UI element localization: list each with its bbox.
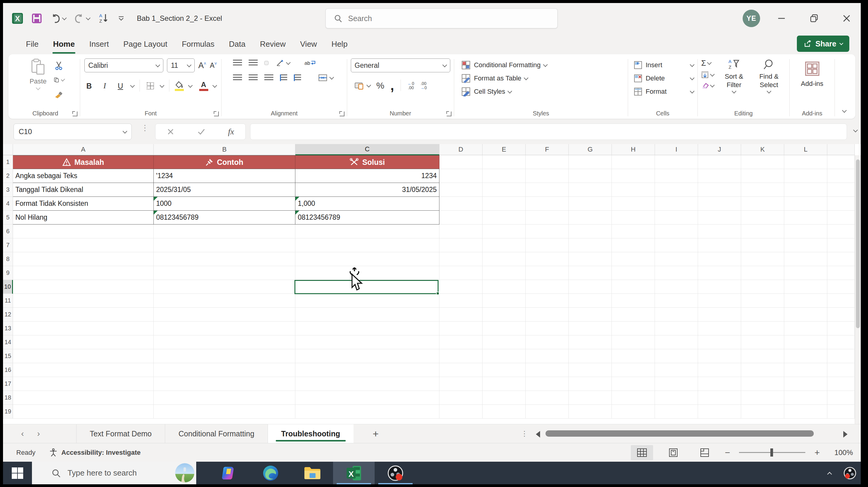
- cell-I16[interactable]: [655, 363, 698, 377]
- fill-button[interactable]: [701, 71, 714, 79]
- cell-F9[interactable]: [526, 266, 569, 280]
- cell-K10[interactable]: [741, 280, 784, 294]
- cell-C3[interactable]: 31/05/2025: [296, 183, 439, 197]
- cell-E14[interactable]: [483, 335, 526, 349]
- cell-K3[interactable]: [741, 183, 784, 197]
- row-header-18[interactable]: 18: [3, 391, 13, 405]
- cell-K19[interactable]: [741, 405, 784, 419]
- tray-obs-icon[interactable]: [843, 466, 857, 480]
- row-header-17[interactable]: 17: [3, 377, 13, 391]
- cell-G11[interactable]: [569, 294, 612, 308]
- zoom-out-button[interactable]: −: [725, 448, 730, 458]
- cell-D12[interactable]: [439, 308, 483, 322]
- cell-A6[interactable]: [13, 224, 154, 238]
- cell-G13[interactable]: [569, 322, 612, 335]
- cell-G16[interactable]: [569, 363, 612, 377]
- font-color-button[interactable]: A: [199, 81, 208, 91]
- accessibility-status[interactable]: Accessibility: Investigate: [49, 448, 141, 457]
- number-format-select[interactable]: General: [351, 58, 450, 72]
- cell-G18[interactable]: [569, 391, 612, 405]
- column-header-B[interactable]: B: [154, 144, 296, 155]
- cell-D13[interactable]: [439, 322, 483, 335]
- cell-G9[interactable]: [569, 266, 612, 280]
- row-header-7[interactable]: 7: [3, 238, 13, 252]
- column-header-A[interactable]: A: [13, 144, 154, 155]
- cell-L9[interactable]: [784, 266, 827, 280]
- cell-F3[interactable]: [526, 183, 569, 197]
- zoom-slider[interactable]: [739, 452, 805, 453]
- row-header-10[interactable]: 10: [3, 280, 13, 294]
- cell-B16[interactable]: [154, 363, 296, 377]
- cell-G19[interactable]: [569, 405, 612, 419]
- cell-H11[interactable]: [612, 294, 655, 308]
- cell-X9[interactable]: [827, 266, 855, 280]
- cell-A16[interactable]: [13, 363, 154, 377]
- qat-customize-icon[interactable]: [118, 15, 125, 22]
- cell-A3[interactable]: Tanggal Tidak Dikenal: [13, 183, 154, 197]
- cell-K12[interactable]: [741, 308, 784, 322]
- cell-D17[interactable]: [439, 377, 483, 391]
- cell-G14[interactable]: [569, 335, 612, 349]
- new-sheet-button[interactable]: +: [373, 428, 379, 440]
- column-header-K[interactable]: K: [741, 144, 784, 155]
- cell-L13[interactable]: [784, 322, 827, 335]
- cell-G17[interactable]: [569, 377, 612, 391]
- comma-style-button[interactable]: ,: [390, 83, 394, 89]
- cell-J16[interactable]: [698, 363, 741, 377]
- decrease-decimal-button[interactable]: .00→0: [420, 81, 427, 90]
- cell-K6[interactable]: [741, 224, 784, 238]
- cell-J12[interactable]: [698, 308, 741, 322]
- cell-H7[interactable]: [612, 238, 655, 252]
- undo-button[interactable]: [50, 13, 66, 24]
- cell-K7[interactable]: [741, 238, 784, 252]
- cell-D19[interactable]: [439, 405, 483, 419]
- cell-I1[interactable]: [655, 155, 698, 169]
- column-header-J[interactable]: J: [698, 144, 741, 155]
- merge-center-button[interactable]: [318, 73, 333, 82]
- cell-E19[interactable]: [483, 405, 526, 419]
- cell-A8[interactable]: [13, 252, 154, 266]
- horizontal-scrollbar-thumb[interactable]: [546, 430, 814, 437]
- cell-I5[interactable]: [655, 211, 698, 224]
- redo-button[interactable]: [74, 13, 90, 24]
- close-icon[interactable]: [841, 13, 852, 24]
- cell-C9[interactable]: [296, 266, 439, 280]
- cell-D15[interactable]: [439, 349, 483, 363]
- cell-D1[interactable]: [439, 155, 483, 169]
- borders-dropdown-icon[interactable]: [159, 83, 164, 88]
- cell-D4[interactable]: [439, 197, 483, 211]
- cell-C12[interactable]: [296, 308, 439, 322]
- sheet-options-icon[interactable]: ⋮: [521, 432, 528, 435]
- cell-K5[interactable]: [741, 211, 784, 224]
- percent-style-button[interactable]: %: [376, 81, 384, 91]
- cell-F10[interactable]: [526, 280, 569, 294]
- cell-X7[interactable]: [827, 238, 855, 252]
- cell-K18[interactable]: [741, 391, 784, 405]
- cell-G2[interactable]: [569, 169, 612, 183]
- cell-G3[interactable]: [569, 183, 612, 197]
- cell-J4[interactable]: [698, 197, 741, 211]
- clipboard-dialog-launcher[interactable]: [73, 112, 78, 116]
- cell-K11[interactable]: [741, 294, 784, 308]
- cell-F19[interactable]: [526, 405, 569, 419]
- delete-cells-button[interactable]: Delete: [633, 72, 693, 85]
- cell-C14[interactable]: [296, 335, 439, 349]
- cell-K14[interactable]: [741, 335, 784, 349]
- cell-K17[interactable]: [741, 377, 784, 391]
- account-avatar[interactable]: YE: [743, 10, 760, 27]
- cell-X16[interactable]: [827, 363, 855, 377]
- name-box[interactable]: C10: [13, 124, 132, 140]
- cell-B9[interactable]: [154, 266, 296, 280]
- cell-H8[interactable]: [612, 252, 655, 266]
- enter-icon[interactable]: [197, 128, 206, 135]
- start-button[interactable]: [3, 462, 32, 484]
- cell-H13[interactable]: [612, 322, 655, 335]
- cell-K15[interactable]: [741, 349, 784, 363]
- row-header-14[interactable]: 14: [3, 335, 13, 349]
- cell-F15[interactable]: [526, 349, 569, 363]
- cell-J15[interactable]: [698, 349, 741, 363]
- cell-I9[interactable]: [655, 266, 698, 280]
- cell-D11[interactable]: [439, 294, 483, 308]
- restore-icon[interactable]: [809, 13, 819, 24]
- align-left-icon[interactable]: [233, 74, 242, 81]
